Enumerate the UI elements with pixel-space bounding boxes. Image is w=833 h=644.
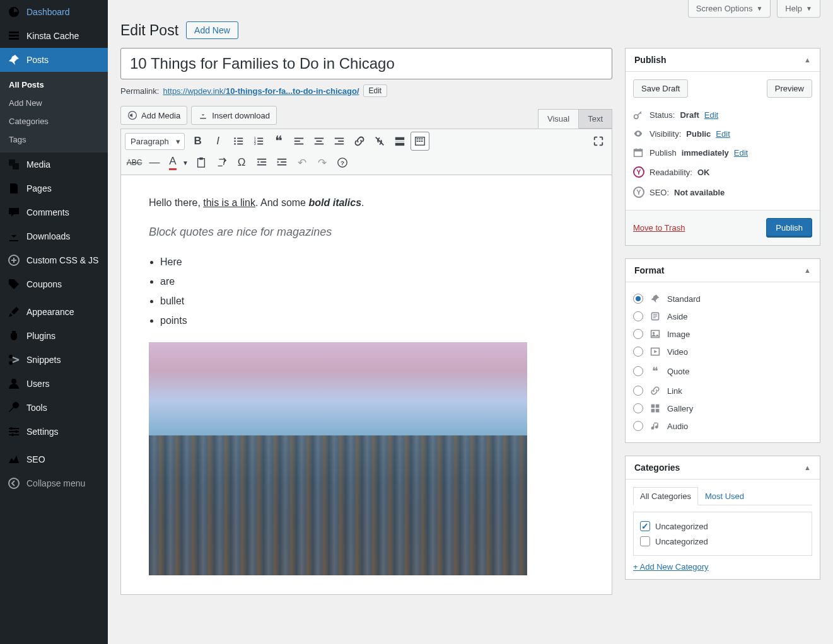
sidebar-item-coupons[interactable]: Coupons: [0, 272, 108, 296]
checkbox[interactable]: [640, 536, 650, 546]
schedule-edit-link[interactable]: Edit: [734, 148, 748, 158]
editor-tab-text[interactable]: Text: [578, 109, 612, 129]
fullscreen-button[interactable]: [589, 132, 608, 151]
format-option-video[interactable]: Video: [633, 343, 812, 360]
add-new-category-link[interactable]: + Add New Category: [633, 562, 709, 572]
submenu-add-new[interactable]: Add New: [0, 94, 108, 112]
editor-content[interactable]: Hello there, this is a link. And some bo…: [120, 175, 612, 595]
publish-button[interactable]: Publish: [766, 218, 812, 238]
numbered-list-button[interactable]: 123: [249, 132, 268, 151]
format-option-image[interactable]: Image: [633, 325, 812, 343]
calendar-icon: [633, 147, 644, 158]
permalink-link[interactable]: https://wpdev.ink/10-things-for-fa...to-…: [163, 86, 359, 96]
sidebar-item-tools[interactable]: Tools: [0, 396, 108, 420]
sidebar-item-users[interactable]: Users: [0, 372, 108, 396]
radio-button[interactable]: [633, 311, 643, 321]
sidebar-item-downloads[interactable]: Downloads: [0, 224, 108, 248]
redo-button[interactable]: ↷: [313, 153, 332, 172]
sidebar-item-dashboard[interactable]: Dashboard: [0, 0, 108, 24]
radio-button[interactable]: [633, 403, 643, 413]
preview-button[interactable]: Preview: [767, 79, 812, 98]
radio-button[interactable]: [633, 347, 643, 357]
permalink-edit-button[interactable]: Edit: [363, 84, 388, 97]
editor-tab-visual[interactable]: Visual: [538, 109, 579, 129]
toolbar-toggle-button[interactable]: [411, 132, 429, 151]
sidebar-item-media[interactable]: Media: [0, 152, 108, 176]
visibility-edit-link[interactable]: Edit: [716, 129, 730, 139]
add-new-button[interactable]: Add New: [186, 21, 238, 39]
move-to-trash-link[interactable]: Move to Trash: [633, 223, 685, 233]
add-media-button[interactable]: Add Media: [120, 106, 187, 125]
align-left-button[interactable]: [289, 132, 308, 151]
italic-button[interactable]: I: [209, 132, 228, 151]
publish-box-header[interactable]: Publish▲: [626, 49, 820, 72]
help-button[interactable]: ?: [333, 153, 352, 172]
text-color-dropdown[interactable]: ▼: [180, 153, 190, 172]
sidebar-item-pages[interactable]: Pages: [0, 176, 108, 200]
text-color-button[interactable]: A: [165, 153, 180, 172]
link-button[interactable]: [350, 132, 369, 151]
sidebar-item-snippets[interactable]: Snippets: [0, 348, 108, 372]
insert-download-button[interactable]: Insert download: [191, 106, 277, 125]
format-select[interactable]: Paragraph: [125, 133, 185, 150]
format-box-header[interactable]: Format▲: [626, 259, 820, 282]
format-option-quote[interactable]: ❝Quote: [633, 360, 812, 382]
align-center-button[interactable]: [310, 132, 329, 151]
submenu-categories[interactable]: Categories: [0, 112, 108, 130]
sidebar-label: Appearance: [26, 307, 74, 317]
undo-button[interactable]: ↶: [293, 153, 312, 172]
svg-rect-68: [651, 409, 655, 413]
sidebar-item-comments[interactable]: Comments: [0, 200, 108, 224]
publish-status-row: Status: Draft Edit: [633, 105, 812, 124]
save-draft-button[interactable]: Save Draft: [633, 79, 688, 98]
read-more-button[interactable]: [390, 132, 409, 151]
horizontal-rule-button[interactable]: —: [145, 153, 164, 172]
outdent-button[interactable]: [252, 153, 271, 172]
sidebar-item-posts[interactable]: Posts: [0, 48, 108, 72]
bold-button[interactable]: B: [189, 132, 207, 151]
sidebar-item-seo[interactable]: SEO: [0, 447, 108, 471]
format-option-link[interactable]: Link: [633, 382, 812, 400]
sidebar-item-settings[interactable]: Settings: [0, 420, 108, 444]
status-edit-link[interactable]: Edit: [704, 110, 718, 120]
category-item[interactable]: Uncategorized: [640, 534, 805, 549]
categories-box-header[interactable]: Categories▲: [626, 456, 820, 480]
special-char-button[interactable]: Ω: [232, 153, 251, 172]
blockquote-button[interactable]: ❝: [269, 132, 288, 151]
indent-button[interactable]: [272, 153, 291, 172]
categories-tab-most-used[interactable]: Most Used: [698, 487, 751, 505]
radio-button[interactable]: [633, 294, 643, 304]
sidebar-item-appearance[interactable]: Appearance: [0, 300, 108, 324]
categories-tab-all[interactable]: All Categories: [633, 487, 698, 505]
help-button[interactable]: Help▼: [777, 0, 820, 18]
bullet-list-button[interactable]: [229, 132, 248, 151]
clear-formatting-button[interactable]: [212, 153, 231, 172]
content-image[interactable]: [149, 342, 527, 575]
category-item[interactable]: Uncategorized: [640, 519, 805, 534]
checkbox[interactable]: [640, 521, 650, 531]
sidebar-item-plugins[interactable]: Plugins: [0, 324, 108, 348]
radio-button[interactable]: [633, 329, 643, 339]
strikethrough-button[interactable]: ABC: [125, 153, 144, 172]
format-option-standard[interactable]: Standard: [633, 290, 812, 308]
radio-button[interactable]: [633, 386, 643, 396]
radio-button[interactable]: [633, 421, 643, 431]
post-title-input[interactable]: [120, 48, 612, 79]
paste-text-button[interactable]: [192, 153, 211, 172]
radio-button[interactable]: [633, 366, 643, 376]
format-option-audio[interactable]: Audio: [633, 417, 812, 435]
format-option-gallery[interactable]: Gallery: [633, 400, 812, 417]
align-right-button[interactable]: [330, 132, 349, 151]
sidebar-item-kinsta-cache[interactable]: Kinsta Cache: [0, 24, 108, 48]
sidebar-label: Settings: [26, 427, 59, 437]
eye-icon: [633, 129, 644, 139]
svg-rect-69: [656, 409, 660, 413]
format-option-aside[interactable]: Aside: [633, 308, 812, 325]
unlink-button[interactable]: [370, 132, 389, 151]
sidebar-item-custom-css-js[interactable]: Custom CSS & JS: [0, 248, 108, 272]
screen-options-button[interactable]: Screen Options▼: [688, 0, 771, 18]
submenu-tags[interactable]: Tags: [0, 130, 108, 149]
submenu-all-posts[interactable]: All Posts: [0, 76, 108, 94]
top-bar: Screen Options▼ Help▼: [120, 0, 820, 18]
sidebar-item-collapse[interactable]: Collapse menu: [0, 471, 108, 495]
